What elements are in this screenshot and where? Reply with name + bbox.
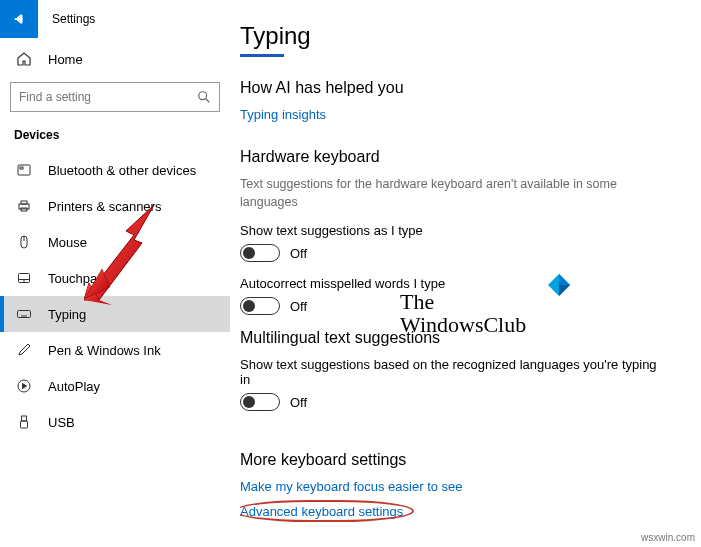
back-button[interactable]: [0, 0, 38, 38]
nav-label: Pen & Windows Ink: [48, 343, 161, 358]
search-icon: [197, 90, 211, 104]
svg-rect-4: [21, 201, 27, 204]
printer-icon: [14, 198, 34, 214]
svg-point-0: [199, 92, 207, 100]
sidebar-item-autoplay[interactable]: AutoPlay: [0, 368, 230, 404]
multilingual-toggle[interactable]: [240, 393, 280, 411]
sidebar-item-usb[interactable]: USB: [0, 404, 230, 440]
mouse-icon: [14, 234, 34, 250]
show-suggestions-label: Show text suggestions as I type: [240, 223, 701, 238]
nav-label: Typing: [48, 307, 86, 322]
keyboard-icon: [14, 306, 34, 322]
section-heading-multilingual: Multilingual text suggestions: [240, 329, 701, 347]
sidebar-item-touchpad[interactable]: Touchpad: [0, 260, 230, 296]
arrow-left-icon: [12, 12, 26, 26]
autoplay-icon: [14, 378, 34, 394]
sidebar-item-printers[interactable]: Printers & scanners: [0, 188, 230, 224]
content-pane: Typing How AI has helped you Typing insi…: [240, 22, 701, 547]
multilingual-label: Show text suggestions based on the recog…: [240, 357, 660, 387]
home-icon: [14, 51, 34, 67]
usb-icon: [14, 414, 34, 430]
nav-label: AutoPlay: [48, 379, 100, 394]
sidebar-item-typing[interactable]: Typing: [0, 296, 230, 332]
sidebar-item-mouse[interactable]: Mouse: [0, 224, 230, 260]
svg-rect-10: [22, 416, 27, 421]
advanced-keyboard-link[interactable]: Advanced keyboard settings: [240, 504, 403, 519]
sidebar-home[interactable]: Home: [0, 42, 230, 76]
section-heading-more: More keyboard settings: [240, 451, 701, 469]
app-title: Settings: [52, 12, 95, 26]
hardware-desc: Text suggestions for the hardware keyboa…: [240, 176, 660, 211]
title-accent: [240, 54, 284, 57]
sidebar-search[interactable]: [10, 82, 220, 112]
autocorrect-toggle[interactable]: [240, 297, 280, 315]
sidebar-item-bluetooth[interactable]: Bluetooth & other devices: [0, 152, 230, 188]
bluetooth-icon: [14, 162, 34, 178]
typing-insights-link[interactable]: Typing insights: [240, 107, 326, 122]
pen-icon: [14, 342, 34, 358]
sidebar-home-label: Home: [48, 52, 83, 67]
page-title: Typing: [240, 22, 701, 50]
sidebar-item-pen[interactable]: Pen & Windows Ink: [0, 332, 230, 368]
nav-label: Bluetooth & other devices: [48, 163, 196, 178]
watermark-url: wsxwin.com: [641, 532, 695, 543]
sidebar: Home Devices Bluetooth & other devices P…: [0, 38, 230, 547]
toggle-state: Off: [290, 299, 307, 314]
nav-label: USB: [48, 415, 75, 430]
section-heading-ai: How AI has helped you: [240, 79, 701, 97]
section-heading-hardware: Hardware keyboard: [240, 148, 701, 166]
focus-easier-link[interactable]: Make my keyboard focus easier to see: [240, 479, 463, 494]
nav-label: Printers & scanners: [48, 199, 161, 214]
search-input[interactable]: [19, 90, 211, 104]
nav-label: Mouse: [48, 235, 87, 250]
autocorrect-label: Autocorrect misspelled words I type: [240, 276, 701, 291]
svg-rect-2: [20, 167, 23, 169]
nav-label: Touchpad: [48, 271, 104, 286]
svg-rect-11: [21, 421, 28, 428]
show-suggestions-toggle[interactable]: [240, 244, 280, 262]
sidebar-section-label: Devices: [0, 122, 230, 152]
toggle-state: Off: [290, 395, 307, 410]
toggle-state: Off: [290, 246, 307, 261]
touchpad-icon: [14, 270, 34, 286]
